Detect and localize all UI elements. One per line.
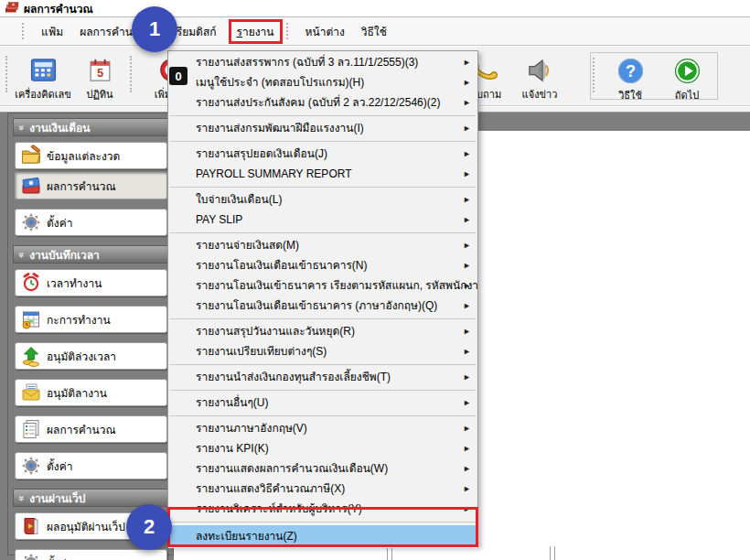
menu-item-label: รายงานจ่ายเงินสด(M) [196,239,299,252]
menu-item-label: รายงานเปรียบเทียบต่างๆ(S) [196,345,327,358]
toolbar-group-left: เครื่องคิดเลข5ปฏิทิน [4,47,139,105]
menu-item[interactable]: รายงานส่งประกันสังคม (ฉบับที่ 2 ลว.22/12… [168,92,477,113]
submenu-arrow-icon: ► [463,367,471,387]
menu-item[interactable]: รายงานแสดงผลการคำนวณเงินเดือน(W)► [168,458,477,479]
menu-item[interactable]: รายงานภาษาอังกฤษ(V)► [168,418,477,438]
menu-item[interactable]: PAY SLIP► [168,210,477,230]
alarm-clock-icon [20,272,42,294]
menu-item[interactable]: รายงานเปรียบเทียบต่างๆ(S)► [168,341,477,361]
toolbar-button-calculator[interactable]: เครื่องคิดเลข [15,47,71,105]
menubar-item-1[interactable]: แฟ้ม [33,19,71,44]
help-icon: ? [616,57,645,85]
toolbar-button-next[interactable]: ถัดไป [659,53,715,106]
menubar-item-6[interactable]: วิธีใช้ [353,19,395,44]
sidebar-item-label: อนุมัติลางาน [47,384,107,402]
shift-icon [20,308,42,330]
sidebar-section-header-1[interactable]: »งานเงินเดือน [13,118,169,136]
sidebar-item-label: กะการทำงาน [47,311,111,328]
sidebar-item[interactable]: ข้อมูลแต่ละงวด [15,142,167,169]
submenu-arrow-icon: ► [463,189,471,210]
menu-item-label: รายงานนำส่งเงินกองทุนสำรองเลี้ยงชีพ(T) [196,371,391,383]
menu-item[interactable]: รายงานนำส่งเงินกองทุนสำรองเลี้ยงชีพ(T)► [168,367,477,387]
window-title: ผลการคำนวณ [24,0,93,17]
menubar-item-5[interactable]: หน้าต่าง [297,19,353,44]
menu-item-label: ใบจ่ายเงินเดือน(L) [196,193,282,206]
submenu-arrow-icon: ► [463,438,471,458]
menu-item-label: รายงานส่งสรรพากร (ฉบับที่ 3 ลว.11/1/2555… [196,56,418,69]
sidebar-item-label: ตั้งค่า [47,555,72,560]
menu-item-label: PAYROLL SUMMARY REPORT [196,167,352,180]
submenu-arrow-icon: ► [463,296,471,316]
sidebar-item[interactable]: เวลาทำงาน [15,269,167,296]
menu-item-label: รายงานอื่นๆ(U) [196,396,269,409]
money-icon [20,175,42,197]
gear-icon [20,211,42,233]
sidebar-item[interactable]: ผลการคำนวณ [15,415,167,443]
toolbar-button-calendar[interactable]: 5ปฏิทิน [71,47,128,105]
toolbar-button-speaker[interactable]: แจ้งข่าว [511,47,568,105]
sidebar-item-label: ตั้งค่า [47,458,72,475]
grid-line [387,546,392,560]
sidebar-item[interactable]: ตั้งค่า [15,452,167,479]
sidebar-item[interactable]: ผลการคำนวณ [15,172,167,199]
svg-text:5: 5 [96,66,102,80]
app-window: ผลการคำนวณ แฟ้มผลการคำนวณเตรียมดิสก์รายง… [0,0,750,560]
grip-handle [286,23,292,39]
toolbar-button-help[interactable]: ?วิธีใช้ [602,53,659,106]
sidebar-item[interactable]: ตั้งค่า [15,209,167,236]
menu-item[interactable]: รายงานแสดงวิธีคำนวณภาษี(X)► [168,479,477,499]
toolbar-button-label: วิธีใช้ [618,87,642,103]
web-book-icon [20,515,42,537]
sidebar-item-label: ตั้งค่า [47,214,72,232]
menu-item-label: รายงานวิเคราะห์สำหรับผู้บริหาร(Y) [196,502,362,515]
svg-text:?: ? [625,62,635,81]
menu-item[interactable]: ใบจ่ายเงินเดือน(L)► [168,189,477,210]
menu-item-label: รายงานส่งประกันสังคม (ฉบับที่ 2 ลว.22/12… [196,96,440,109]
submenu-arrow-icon: ► [463,118,471,138]
grip-handle [5,56,11,92]
sidebar-item-label: ข้อมูลแต่ละงวด [47,147,120,165]
menu-item[interactable]: รายงานส่งสรรพากร (ฉบับที่ 3 ลว.11/1/2555… [168,52,477,72]
calendar-icon: 5 [86,56,114,84]
menu-item[interactable]: รายงานโอนเงินเดือนเข้าธนาคาร (ภาษาอังกฤษ… [168,296,477,316]
submenu-arrow-icon: ► [463,255,471,275]
submenu-arrow-icon: ► [463,479,471,499]
menu-item[interactable]: รายงานโอนเงินเดือนเข้าธนาคาร(N)► [168,255,477,275]
sidebar: »งานเงินเดือนข้อมูลแต่ละงวดผลการคำนวณตั้… [7,113,174,555]
menu-item-label: เมนูใช้ประจำ (ทดสอบโปรแกรม)(H) [196,76,364,89]
menu-item[interactable]: รายงานสรุปวันงานและวันหยุด(R)► [168,321,477,341]
gear-icon [20,455,42,477]
submenu-arrow-icon: ► [463,418,471,438]
toolbar-button-label: แจ้งข่าว [522,86,558,102]
submenu-arrow-icon: ► [463,210,471,230]
chevron-down-icon: » [16,252,27,257]
submenu-arrow-icon: ► [463,52,471,72]
menu-item[interactable]: PAYROLL SUMMARY REPORT► [168,164,477,184]
submenu-arrow-icon: ► [463,275,471,296]
money-stack-icon [5,1,19,14]
menubar-item-4[interactable]: รายงาน [229,19,283,44]
sidebar-item[interactable]: อนุมัติล่วงเวลา [15,342,167,370]
menu-item[interactable]: รายงานสรุปยอดเงินเดือน(J)► [168,144,477,164]
toolbar-button-label: ถัดไป [675,87,699,103]
submenu-arrow-icon: ► [463,458,471,479]
menu-item[interactable]: รายงานจ่ายเงินสด(M)► [168,235,477,255]
speaker-icon [526,56,554,84]
menu-item[interactable]: รายงานส่งกรมพัฒนาฝีมือแรงงาน(I)► [168,118,477,138]
menu-item[interactable]: เมนูใช้ประจำ (ทดสอบโปรแกรม)(H)► [168,72,477,92]
sidebar-item[interactable]: ตั้งค่า [15,549,167,560]
menu-item[interactable]: รายงานวิเคราะห์สำหรับผู้บริหาร(Y)► [168,499,477,519]
sidebar-section-title: งานบันทึกเวลา [29,246,100,264]
overtime-icon [20,345,42,367]
toolbar-button-label: เครื่องคิดเลข [15,86,71,102]
sidebar-section-header-2[interactable]: »งานบันทึกเวลา [13,245,169,264]
menu-item[interactable]: รายงานอื่นๆ(U)► [168,393,477,413]
menu-item[interactable]: ลงทะเบียนรายงาน(Z) [168,524,477,548]
sidebar-item-label: ผลการคำนวณ [47,178,116,195]
submenu-arrow-icon: ► [463,321,471,341]
menu-item[interactable]: รายงานโอนเงินเข้าธนาคาร เรียงตามรหัสแผนก… [168,275,477,296]
menu-item[interactable]: รายงาน KPI(K)► [168,438,477,458]
sidebar-item[interactable]: อนุมัติลางาน [15,379,167,406]
sidebar-item[interactable]: กะการทำงาน [15,306,167,333]
toolbar-button-label: ปฏิทิน [86,86,112,102]
